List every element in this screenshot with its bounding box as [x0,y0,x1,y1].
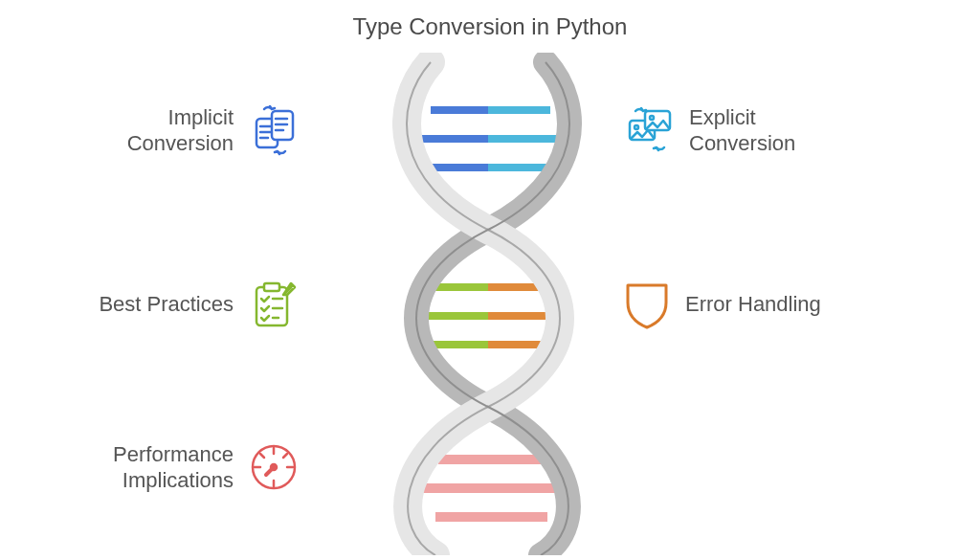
svg-line-36 [283,454,287,458]
clipboard-checklist-icon [247,278,301,331]
item-label: Error Handling [685,291,821,318]
image-sync-icon [622,103,676,157]
item-implicit-conversion: Implicit Conversion [127,103,301,157]
item-error-handling: Error Handling [622,278,821,331]
item-label: Implicit Conversion [127,104,234,157]
svg-rect-25 [256,287,287,325]
svg-rect-26 [264,283,279,291]
item-label: Explicit Conversion [689,104,795,157]
item-label: Best Practices [99,291,234,318]
svg-line-35 [260,454,264,458]
page-title: Type Conversion in Python [0,13,980,40]
shield-icon [622,278,672,331]
dna-helix-graphic [392,53,584,555]
item-best-practices: Best Practices [99,278,301,331]
item-performance-implications: Performance Implications [113,440,301,494]
item-explicit-conversion: Explicit Conversion [622,103,795,157]
gauge-icon [247,440,301,494]
svg-point-22 [635,125,638,129]
item-label: Performance Implications [113,441,234,494]
svg-point-38 [271,464,277,470]
document-sync-icon [247,103,301,157]
